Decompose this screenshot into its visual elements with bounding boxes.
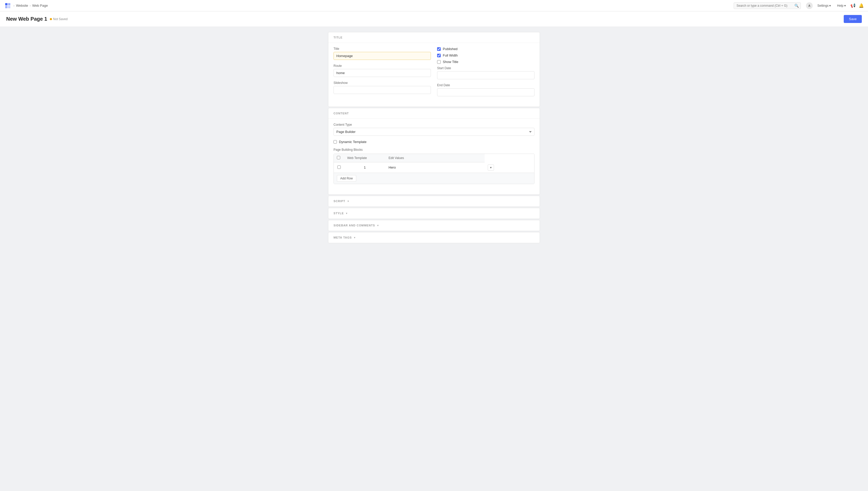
script-section-header[interactable]: SCRIPT ▾ [328,196,540,206]
style-section-header[interactable]: STYLE ▾ [328,208,540,219]
table-head: Web Template Edit Values [334,154,534,163]
table-header-row: Web Template Edit Values [334,154,534,163]
main-content: TITLE Title Route Slideshow [328,27,540,249]
published-checkbox[interactable] [437,47,441,51]
sidebar-comments-section: SIDEBAR AND COMMENTS ▾ [328,220,540,231]
start-date-input[interactable] [437,71,535,79]
row-web-template-cell: Hero [385,163,472,173]
page-building-blocks-table: Web Template Edit Values [334,154,534,173]
dynamic-template-row: Dynamic Template [333,140,535,144]
breadcrumb-webpage[interactable]: Web Page [32,4,48,7]
megaphone-icon[interactable]: 📢 [850,3,856,8]
bell-icon[interactable]: 🔔 [859,3,864,8]
title-section-body: Title Route Slideshow Publis [328,42,540,107]
title-field-label: Title [333,47,431,51]
topnav-right: A Settings ▾ Help ▾ 📢 🔔 [806,2,864,9]
style-section: STYLE ▾ [328,208,540,219]
show-title-checkbox[interactable] [437,60,441,64]
title-field-input[interactable] [333,52,431,60]
not-saved-badge: Not Saved [50,17,68,21]
app-logo[interactable] [4,2,11,9]
avatar[interactable]: A [806,2,813,9]
slideshow-field-input[interactable] [333,86,431,94]
save-button[interactable]: Save [844,15,862,23]
breadcrumb: › Website › Web Page [13,4,48,7]
script-chevron-icon: ▾ [348,200,349,203]
meta-tags-section-header[interactable]: META TAGS ▾ [328,232,540,243]
page-title: New Web Page 1 [6,16,47,22]
title-field-group: Title [333,47,431,60]
sidebar-comments-chevron-icon: ▾ [377,224,379,227]
page-building-blocks-label: Page Building Blocks [333,148,535,151]
meta-tags-chevron-icon: ▾ [354,236,355,239]
end-date-input[interactable] [437,88,535,96]
slideshow-field-group: Slideshow [333,81,431,94]
start-date-label: Start Date [437,66,535,70]
slideshow-field-label: Slideshow [333,81,431,85]
not-saved-dot [50,18,52,20]
content-section-label: CONTENT [333,112,349,115]
title-right-col: Published Full Width Show Title Start Da… [437,47,535,100]
content-section-card: CONTENT Content Type Page Builder Rich T… [328,108,540,195]
content-type-label: Content Type [333,123,535,126]
search-container: 🔍 [734,2,801,9]
full-width-checkbox[interactable] [437,54,441,57]
content-section-header: CONTENT [328,108,540,118]
row-edit-values-cell [472,163,485,173]
meta-tags-section: META TAGS ▾ [328,232,540,243]
page-title-row: New Web Page 1 Not Saved [6,16,68,22]
table-row: 1 Hero ▾ [334,163,534,173]
row-dropdown-button[interactable]: ▾ [488,165,494,171]
page-building-blocks-table-container: Web Template Edit Values [333,153,535,184]
route-field-input[interactable] [333,69,431,77]
meta-tags-section-label: META TAGS [333,236,352,239]
th-edit-values: Edit Values [385,154,472,163]
script-section-label: SCRIPT [333,200,345,203]
top-navigation: › Website › Web Page 🔍 A Settings ▾ Help… [0,0,868,11]
settings-chevron-icon: ▾ [829,4,831,7]
th-checkbox [334,154,344,163]
title-two-col: Title Route Slideshow Publis [333,47,535,100]
settings-label: Settings [817,4,829,7]
content-type-select[interactable]: Page Builder Rich Text Markdown [333,128,535,136]
breadcrumb-website[interactable]: Website [16,4,28,7]
style-chevron-icon: ▾ [346,212,348,215]
row-checkbox-cell [334,163,344,173]
published-label[interactable]: Published [443,47,458,51]
add-row-button[interactable]: Add Row [337,175,356,182]
title-section-header: TITLE [328,32,540,42]
search-input[interactable] [734,2,801,9]
show-title-label[interactable]: Show Title [443,60,458,64]
row-actions-cell: ▾ [485,163,534,173]
svg-rect-1 [8,3,10,5]
end-date-label: End Date [437,83,535,87]
script-section: SCRIPT ▾ [328,196,540,207]
row-num: 1 [364,166,365,169]
end-date-group: End Date [437,83,535,96]
table-body: 1 Hero ▾ [334,163,534,173]
dynamic-template-checkbox[interactable] [333,140,337,144]
title-left-col: Title Route Slideshow [333,47,431,100]
add-row-container: Add Row [334,173,534,184]
full-width-checkbox-group: Full Width [437,53,535,57]
full-width-label[interactable]: Full Width [443,53,458,57]
title-section-label: TITLE [333,36,343,39]
show-title-checkbox-group: Show Title [437,60,535,64]
breadcrumb-sep-1: › [13,4,15,7]
th-actions [472,154,485,163]
content-type-group: Content Type Page Builder Rich Text Mark… [333,123,535,136]
published-checkbox-group: Published [437,47,535,51]
page-header: New Web Page 1 Not Saved Save [0,11,868,27]
row-checkbox[interactable] [337,166,341,169]
dynamic-template-label[interactable]: Dynamic Template [339,140,367,144]
settings-button[interactable]: Settings ▾ [816,3,832,8]
help-chevron-icon: ▾ [844,4,846,7]
row-num-cell: 1 [344,163,385,173]
start-date-group: Start Date [437,66,535,79]
help-button[interactable]: Help ▾ [836,3,847,8]
search-icon: 🔍 [794,4,799,8]
content-section-body: Content Type Page Builder Rich Text Mark… [328,118,540,194]
select-all-checkbox[interactable] [337,156,340,159]
sidebar-comments-section-header[interactable]: SIDEBAR AND COMMENTS ▾ [328,220,540,231]
svg-rect-2 [5,6,7,8]
